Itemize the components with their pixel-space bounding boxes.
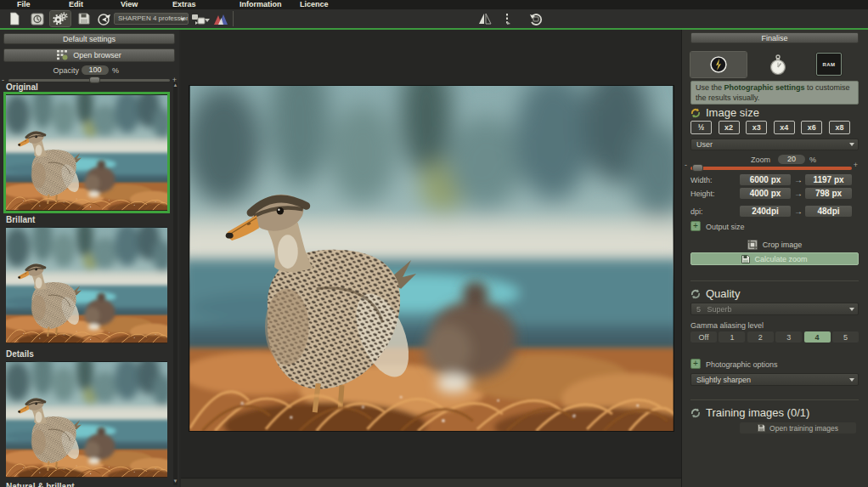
scale-half-button[interactable]: ½ bbox=[690, 121, 712, 134]
new-document-icon[interactable] bbox=[5, 11, 24, 26]
app-window: File Edit View Extras Information Licenc… bbox=[0, 0, 868, 487]
quality-level-select[interactable]: 5 Superb bbox=[690, 303, 859, 315]
presets-panel: Default settings Open browser Opacity 10… bbox=[0, 30, 179, 487]
gamma-1-button[interactable]: 1 bbox=[719, 331, 745, 343]
preset-label-next: Natural & brillant bbox=[6, 482, 75, 487]
photographic-options-checkbox[interactable]: + bbox=[690, 359, 701, 369]
width-label: Width: bbox=[690, 176, 713, 184]
quality-header: Quality bbox=[690, 287, 740, 300]
preset-thumbnail-brillant[interactable] bbox=[6, 227, 167, 343]
finalise-button[interactable]: Finalise bbox=[690, 32, 859, 43]
dpi-to-field[interactable]: 48dpi bbox=[805, 206, 852, 217]
compare-views-dropdown-icon[interactable] bbox=[205, 19, 210, 22]
output-size-checkbox[interactable]: + bbox=[690, 221, 701, 231]
zoom-minus[interactable]: - bbox=[685, 161, 687, 169]
version-selector-value: SHARPEN 4 professional bbox=[118, 14, 189, 22]
toolbar-separator bbox=[233, 11, 234, 26]
opacity-minus[interactable]: - bbox=[2, 76, 4, 84]
ram-label: RAM bbox=[822, 62, 835, 67]
opacity-value[interactable]: 100 bbox=[82, 65, 109, 75]
menu-view[interactable]: View bbox=[121, 0, 138, 9]
toolbar: SHARPEN 4 professional bbox=[0, 9, 868, 30]
version-selector[interactable]: SHARPEN 4 professional bbox=[114, 13, 189, 25]
tab-photographic-settings[interactable] bbox=[690, 52, 747, 77]
gamma-4-button[interactable]: 4 bbox=[804, 331, 831, 343]
quality-level-value: 5 Superb bbox=[696, 305, 732, 314]
menu-extras[interactable]: Extras bbox=[172, 0, 196, 9]
width-arrow: → bbox=[794, 175, 803, 184]
gamma-off-button[interactable]: Off bbox=[690, 331, 717, 343]
tab-timer[interactable] bbox=[764, 52, 792, 77]
size-preset-select[interactable]: User bbox=[690, 139, 859, 150]
sharpen-mode-select[interactable]: Slightly sharpen bbox=[690, 373, 859, 386]
zoom-slider[interactable]: - + bbox=[690, 167, 852, 170]
default-settings-label: Default settings bbox=[63, 35, 116, 43]
save-icon[interactable] bbox=[75, 11, 93, 26]
chevron-down-icon bbox=[849, 308, 854, 311]
scale-x2-button[interactable]: x2 bbox=[719, 121, 740, 134]
scale-x4-button[interactable]: x4 bbox=[774, 121, 795, 134]
preset-thumbnail-original[interactable] bbox=[6, 94, 167, 211]
gamma-3-button[interactable]: 3 bbox=[775, 331, 802, 343]
scale-x8-button[interactable]: x8 bbox=[829, 121, 850, 134]
opacity-slider-handle[interactable] bbox=[89, 76, 100, 83]
crop-image-label: Crop image bbox=[763, 241, 803, 249]
width-from-field[interactable]: 6000 px bbox=[740, 174, 791, 185]
open-training-images-button[interactable]: Open training images bbox=[740, 422, 856, 433]
menu-file[interactable]: File bbox=[17, 0, 31, 9]
calculate-zoom-button[interactable]: Calculate zoom bbox=[690, 252, 859, 265]
presets-scrollbar[interactable] bbox=[173, 82, 178, 485]
stopwatch-icon bbox=[769, 54, 786, 76]
training-images-header: Training images (0/1) bbox=[690, 406, 809, 419]
scale-x3-button[interactable]: x3 bbox=[746, 121, 767, 134]
canvas-bottom-bar bbox=[181, 478, 681, 487]
height-from-field[interactable]: 4000 px bbox=[740, 188, 791, 199]
dpi-from-field[interactable]: 240dpi bbox=[740, 206, 791, 217]
menu-edit[interactable]: Edit bbox=[69, 0, 83, 9]
menu-licence[interactable]: Licence bbox=[300, 0, 329, 9]
scale-buttons-row: ½ x2 x3 x4 x6 x8 bbox=[690, 121, 850, 134]
width-to-field[interactable]: 1197 px bbox=[805, 174, 852, 185]
training-images-title: Training images (0/1) bbox=[706, 406, 809, 419]
open-browser-button[interactable]: Open browser bbox=[3, 48, 175, 62]
finalise-label: Finalise bbox=[761, 34, 787, 42]
gamma-2-button[interactable]: 2 bbox=[747, 331, 774, 343]
histogram-icon[interactable] bbox=[211, 11, 230, 26]
gamma-level-row: Off 1 2 3 4 5 bbox=[690, 331, 859, 343]
scroll-up-icon[interactable]: ▲ bbox=[172, 82, 178, 88]
gamma-5-button[interactable]: 5 bbox=[832, 331, 859, 343]
image-size-header: Image size bbox=[690, 106, 759, 119]
dpi-label: dpi: bbox=[690, 207, 703, 216]
crop-image-button[interactable]: Crop image bbox=[690, 239, 859, 251]
height-to-field[interactable]: 798 px bbox=[805, 188, 852, 199]
zoom-slider-handle[interactable] bbox=[692, 164, 703, 172]
menu-information[interactable]: Information bbox=[240, 0, 282, 9]
height-arrow: → bbox=[794, 189, 803, 198]
tab-ram[interactable]: RAM bbox=[816, 53, 842, 76]
open-image-icon[interactable] bbox=[28, 11, 47, 26]
opacity-row: Opacity 100 % bbox=[0, 65, 179, 76]
zoom-value[interactable]: 20 bbox=[778, 155, 805, 164]
main-preview-image[interactable] bbox=[189, 85, 674, 432]
refresh-icon bbox=[690, 408, 701, 418]
open-browser-label: Open browser bbox=[73, 51, 121, 59]
flip-horizontal-icon[interactable] bbox=[476, 11, 494, 26]
rotate-icon[interactable] bbox=[527, 11, 545, 26]
default-settings-button[interactable]: Default settings bbox=[3, 33, 175, 44]
export-icon[interactable] bbox=[94, 11, 113, 26]
dpi-arrow: → bbox=[794, 207, 803, 216]
preset-thumbnail-details[interactable] bbox=[6, 361, 167, 478]
crop-icon bbox=[747, 240, 758, 250]
opacity-slider[interactable]: - + bbox=[8, 79, 170, 82]
scale-x6-button[interactable]: x6 bbox=[801, 121, 822, 134]
zoom-plus[interactable]: + bbox=[854, 161, 858, 169]
settings-gears-icon[interactable] bbox=[50, 11, 70, 26]
opacity-unit: % bbox=[112, 66, 119, 75]
flip-vertical-icon[interactable] bbox=[498, 11, 516, 26]
image-size-title: Image size bbox=[706, 106, 759, 119]
opacity-label: Opacity bbox=[53, 66, 79, 75]
grid-browser-icon bbox=[57, 50, 68, 60]
scroll-down-icon[interactable]: ▼ bbox=[172, 479, 178, 484]
settings-panel: Finalise RAM Use the Photographic settin… bbox=[681, 30, 868, 487]
zoom-label: Zoom bbox=[751, 156, 770, 164]
